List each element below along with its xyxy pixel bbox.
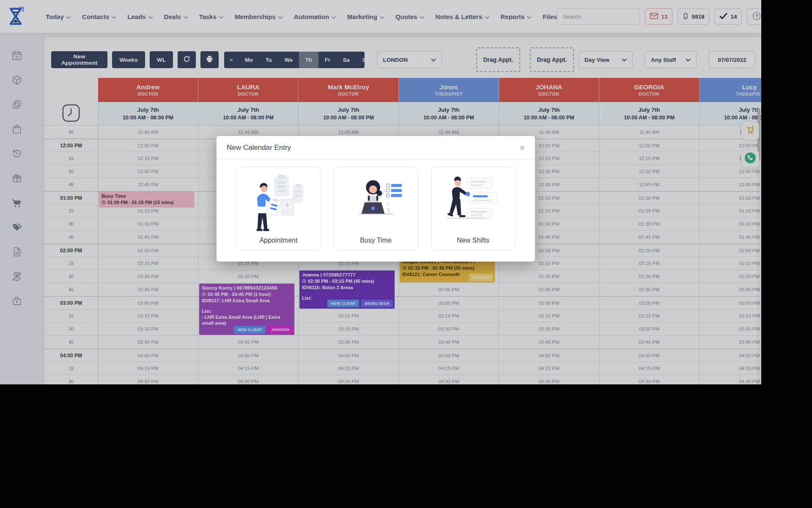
option-appointment-label: Appointment [260,237,298,244]
option-busy-time-label: Busy Time [360,237,392,244]
appointment-illustration [247,173,310,236]
busy-time-illustration [344,173,408,236]
new-shifts-illustration [442,173,505,236]
option-new-shifts-label: New Shifts [457,237,489,244]
modal-body: Appointment [217,160,535,262]
modal-title: New Calendar Entry [227,144,291,152]
option-new-shifts[interactable]: New Shifts [431,166,516,251]
new-calendar-entry-modal: New Calendar Entry × [217,136,535,262]
app-window: TodayContactsLeadsDealsTasksMembershipsA… [0,0,761,384]
close-icon[interactable]: × [520,143,525,152]
modal-header: New Calendar Entry × [217,136,535,160]
option-busy-time[interactable]: Busy Time [334,166,418,251]
option-appointment[interactable]: Appointment [236,166,321,251]
